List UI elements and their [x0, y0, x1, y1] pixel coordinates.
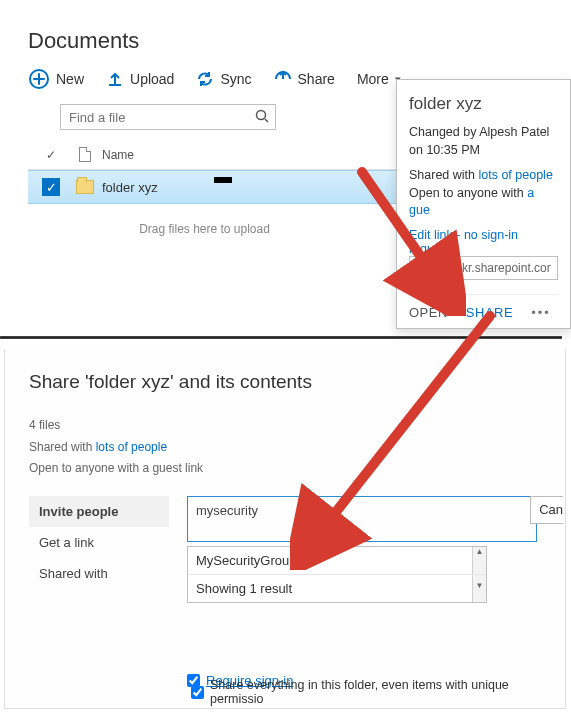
upload-icon: [106, 70, 124, 88]
suggest-item[interactable]: MySecurityGroup ▲: [188, 547, 486, 575]
drop-zone[interactable]: Drag files here to upload: [28, 204, 381, 236]
sync-icon: [196, 70, 214, 88]
scroll-up-icon[interactable]: ▲: [472, 547, 486, 574]
callout-shared: Shared with lots of people Open to anyon…: [409, 167, 558, 220]
callout-title: folder xyz: [409, 94, 558, 114]
sync-button[interactable]: Sync: [196, 70, 251, 88]
folder-icon: [76, 180, 94, 194]
dialog-shared-link[interactable]: lots of people: [96, 440, 167, 454]
item-callout: folder xyz Changed by Alpesh Patel on 10…: [396, 79, 571, 329]
dialog-meta: 4 files Shared with lots of people Open …: [29, 415, 541, 480]
edit-link-label[interactable]: Edit link - no sign-in require: [409, 228, 518, 256]
dialog-tabs: Invite people Get a link Shared with: [29, 496, 169, 688]
row-checkbox[interactable]: ✓: [42, 178, 60, 196]
search-icon[interactable]: [249, 109, 275, 126]
search-input[interactable]: [61, 110, 249, 125]
people-picker-suggestions: MySecurityGroup ▲ Showing 1 result ▼: [187, 546, 487, 603]
share-button[interactable]: Share: [274, 70, 335, 88]
share-dialog: Share 'folder xyz' and its contents 4 fi…: [4, 349, 566, 709]
callout-share-button[interactable]: SHARE: [466, 305, 513, 320]
redaction-mark: [214, 177, 232, 183]
share-url-input[interactable]: [409, 256, 558, 280]
share-icon: [274, 70, 292, 88]
cancel-button[interactable]: Can: [530, 496, 563, 524]
page-title: Documents: [28, 28, 571, 54]
document-icon: [79, 147, 91, 162]
file-count: 4 files: [29, 415, 541, 437]
dialog-title: Share 'folder xyz' and its contents: [29, 371, 541, 393]
share-everything-checkbox[interactable]: [191, 686, 204, 699]
more-button[interactable]: More ▾: [357, 71, 401, 87]
search-input-wrap[interactable]: [60, 104, 276, 130]
people-picker-input[interactable]: mysecurity: [187, 496, 537, 542]
tab-shared-with[interactable]: Shared with: [29, 558, 169, 589]
share-everything-row: Share everything in this folder, even it…: [191, 678, 565, 706]
callout-changed: Changed by Alpesh Patel on 10:35 PM: [409, 124, 558, 159]
tab-invite-people[interactable]: Invite people: [29, 496, 169, 527]
plus-circle-icon: [28, 68, 50, 90]
upload-button[interactable]: Upload: [106, 70, 174, 88]
suggest-footer: Showing 1 result ▼: [188, 575, 486, 602]
callout-more-button[interactable]: •••: [531, 305, 551, 320]
dialog-open-line: Open to anyone with a guest link: [29, 458, 541, 480]
screenshot-divider: [0, 336, 562, 339]
callout-open-button[interactable]: OPEN: [409, 305, 448, 320]
check-column-icon[interactable]: ✓: [46, 148, 56, 162]
scroll-down-icon[interactable]: ▼: [472, 575, 486, 602]
callout-footer: OPEN SHARE •••: [409, 294, 558, 320]
svg-point-1: [257, 110, 266, 119]
shared-with-link[interactable]: lots of people: [478, 168, 552, 182]
tab-get-link[interactable]: Get a link: [29, 527, 169, 558]
new-button[interactable]: New: [28, 68, 84, 90]
